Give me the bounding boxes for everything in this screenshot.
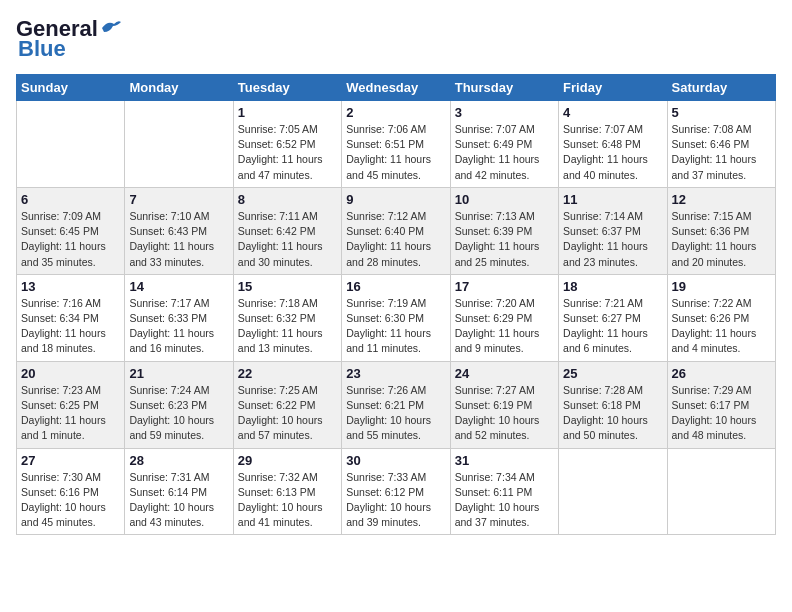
day-info: Sunrise: 7:32 AM Sunset: 6:13 PM Dayligh… xyxy=(238,470,337,531)
day-info: Sunrise: 7:13 AM Sunset: 6:39 PM Dayligh… xyxy=(455,209,554,270)
header-wednesday: Wednesday xyxy=(342,75,450,101)
calendar-cell: 22Sunrise: 7:25 AM Sunset: 6:22 PM Dayli… xyxy=(233,361,341,448)
calendar-cell: 20Sunrise: 7:23 AM Sunset: 6:25 PM Dayli… xyxy=(17,361,125,448)
calendar-week-4: 27Sunrise: 7:30 AM Sunset: 6:16 PM Dayli… xyxy=(17,448,776,535)
calendar-cell: 4Sunrise: 7:07 AM Sunset: 6:48 PM Daylig… xyxy=(559,101,667,188)
day-info: Sunrise: 7:30 AM Sunset: 6:16 PM Dayligh… xyxy=(21,470,120,531)
day-number: 15 xyxy=(238,279,337,294)
calendar-cell: 6Sunrise: 7:09 AM Sunset: 6:45 PM Daylig… xyxy=(17,187,125,274)
calendar-cell: 16Sunrise: 7:19 AM Sunset: 6:30 PM Dayli… xyxy=(342,274,450,361)
calendar-cell: 25Sunrise: 7:28 AM Sunset: 6:18 PM Dayli… xyxy=(559,361,667,448)
day-info: Sunrise: 7:10 AM Sunset: 6:43 PM Dayligh… xyxy=(129,209,228,270)
day-number: 28 xyxy=(129,453,228,468)
calendar-cell: 19Sunrise: 7:22 AM Sunset: 6:26 PM Dayli… xyxy=(667,274,775,361)
calendar-cell: 15Sunrise: 7:18 AM Sunset: 6:32 PM Dayli… xyxy=(233,274,341,361)
calendar-cell: 31Sunrise: 7:34 AM Sunset: 6:11 PM Dayli… xyxy=(450,448,558,535)
calendar-cell: 11Sunrise: 7:14 AM Sunset: 6:37 PM Dayli… xyxy=(559,187,667,274)
day-number: 31 xyxy=(455,453,554,468)
calendar-cell xyxy=(125,101,233,188)
day-info: Sunrise: 7:28 AM Sunset: 6:18 PM Dayligh… xyxy=(563,383,662,444)
header-sunday: Sunday xyxy=(17,75,125,101)
calendar-cell: 1Sunrise: 7:05 AM Sunset: 6:52 PM Daylig… xyxy=(233,101,341,188)
calendar-cell: 28Sunrise: 7:31 AM Sunset: 6:14 PM Dayli… xyxy=(125,448,233,535)
day-info: Sunrise: 7:21 AM Sunset: 6:27 PM Dayligh… xyxy=(563,296,662,357)
day-number: 24 xyxy=(455,366,554,381)
day-number: 17 xyxy=(455,279,554,294)
calendar-cell: 30Sunrise: 7:33 AM Sunset: 6:12 PM Dayli… xyxy=(342,448,450,535)
day-info: Sunrise: 7:27 AM Sunset: 6:19 PM Dayligh… xyxy=(455,383,554,444)
logo-blue-text: Blue xyxy=(16,36,66,62)
day-info: Sunrise: 7:20 AM Sunset: 6:29 PM Dayligh… xyxy=(455,296,554,357)
day-number: 30 xyxy=(346,453,445,468)
day-info: Sunrise: 7:08 AM Sunset: 6:46 PM Dayligh… xyxy=(672,122,771,183)
day-number: 10 xyxy=(455,192,554,207)
calendar-cell: 21Sunrise: 7:24 AM Sunset: 6:23 PM Dayli… xyxy=(125,361,233,448)
calendar-cell xyxy=(667,448,775,535)
page-header: General Blue xyxy=(16,16,776,62)
calendar-week-2: 13Sunrise: 7:16 AM Sunset: 6:34 PM Dayli… xyxy=(17,274,776,361)
day-number: 7 xyxy=(129,192,228,207)
day-info: Sunrise: 7:33 AM Sunset: 6:12 PM Dayligh… xyxy=(346,470,445,531)
day-info: Sunrise: 7:17 AM Sunset: 6:33 PM Dayligh… xyxy=(129,296,228,357)
calendar-cell: 12Sunrise: 7:15 AM Sunset: 6:36 PM Dayli… xyxy=(667,187,775,274)
calendar-cell: 13Sunrise: 7:16 AM Sunset: 6:34 PM Dayli… xyxy=(17,274,125,361)
calendar-cell: 3Sunrise: 7:07 AM Sunset: 6:49 PM Daylig… xyxy=(450,101,558,188)
calendar-week-1: 6Sunrise: 7:09 AM Sunset: 6:45 PM Daylig… xyxy=(17,187,776,274)
calendar-header-row: SundayMondayTuesdayWednesdayThursdayFrid… xyxy=(17,75,776,101)
day-number: 22 xyxy=(238,366,337,381)
calendar-cell: 8Sunrise: 7:11 AM Sunset: 6:42 PM Daylig… xyxy=(233,187,341,274)
day-info: Sunrise: 7:09 AM Sunset: 6:45 PM Dayligh… xyxy=(21,209,120,270)
day-info: Sunrise: 7:07 AM Sunset: 6:49 PM Dayligh… xyxy=(455,122,554,183)
calendar-cell: 18Sunrise: 7:21 AM Sunset: 6:27 PM Dayli… xyxy=(559,274,667,361)
day-info: Sunrise: 7:14 AM Sunset: 6:37 PM Dayligh… xyxy=(563,209,662,270)
calendar-cell: 2Sunrise: 7:06 AM Sunset: 6:51 PM Daylig… xyxy=(342,101,450,188)
day-number: 5 xyxy=(672,105,771,120)
day-number: 4 xyxy=(563,105,662,120)
calendar-cell: 24Sunrise: 7:27 AM Sunset: 6:19 PM Dayli… xyxy=(450,361,558,448)
day-info: Sunrise: 7:18 AM Sunset: 6:32 PM Dayligh… xyxy=(238,296,337,357)
day-info: Sunrise: 7:34 AM Sunset: 6:11 PM Dayligh… xyxy=(455,470,554,531)
day-number: 1 xyxy=(238,105,337,120)
calendar-cell: 27Sunrise: 7:30 AM Sunset: 6:16 PM Dayli… xyxy=(17,448,125,535)
day-number: 20 xyxy=(21,366,120,381)
header-friday: Friday xyxy=(559,75,667,101)
day-number: 8 xyxy=(238,192,337,207)
day-number: 19 xyxy=(672,279,771,294)
header-monday: Monday xyxy=(125,75,233,101)
calendar-cell xyxy=(17,101,125,188)
day-info: Sunrise: 7:23 AM Sunset: 6:25 PM Dayligh… xyxy=(21,383,120,444)
calendar-week-3: 20Sunrise: 7:23 AM Sunset: 6:25 PM Dayli… xyxy=(17,361,776,448)
day-info: Sunrise: 7:05 AM Sunset: 6:52 PM Dayligh… xyxy=(238,122,337,183)
day-info: Sunrise: 7:12 AM Sunset: 6:40 PM Dayligh… xyxy=(346,209,445,270)
day-number: 9 xyxy=(346,192,445,207)
day-number: 14 xyxy=(129,279,228,294)
header-saturday: Saturday xyxy=(667,75,775,101)
day-number: 21 xyxy=(129,366,228,381)
logo: General Blue xyxy=(16,16,122,62)
day-info: Sunrise: 7:15 AM Sunset: 6:36 PM Dayligh… xyxy=(672,209,771,270)
day-number: 27 xyxy=(21,453,120,468)
day-number: 3 xyxy=(455,105,554,120)
day-number: 6 xyxy=(21,192,120,207)
day-number: 23 xyxy=(346,366,445,381)
day-number: 12 xyxy=(672,192,771,207)
day-number: 18 xyxy=(563,279,662,294)
calendar-cell: 29Sunrise: 7:32 AM Sunset: 6:13 PM Dayli… xyxy=(233,448,341,535)
day-info: Sunrise: 7:26 AM Sunset: 6:21 PM Dayligh… xyxy=(346,383,445,444)
header-thursday: Thursday xyxy=(450,75,558,101)
calendar-cell: 7Sunrise: 7:10 AM Sunset: 6:43 PM Daylig… xyxy=(125,187,233,274)
day-number: 29 xyxy=(238,453,337,468)
day-info: Sunrise: 7:07 AM Sunset: 6:48 PM Dayligh… xyxy=(563,122,662,183)
calendar-week-0: 1Sunrise: 7:05 AM Sunset: 6:52 PM Daylig… xyxy=(17,101,776,188)
day-info: Sunrise: 7:31 AM Sunset: 6:14 PM Dayligh… xyxy=(129,470,228,531)
day-number: 26 xyxy=(672,366,771,381)
day-info: Sunrise: 7:19 AM Sunset: 6:30 PM Dayligh… xyxy=(346,296,445,357)
calendar-cell: 17Sunrise: 7:20 AM Sunset: 6:29 PM Dayli… xyxy=(450,274,558,361)
calendar-cell: 26Sunrise: 7:29 AM Sunset: 6:17 PM Dayli… xyxy=(667,361,775,448)
day-info: Sunrise: 7:29 AM Sunset: 6:17 PM Dayligh… xyxy=(672,383,771,444)
calendar-cell: 10Sunrise: 7:13 AM Sunset: 6:39 PM Dayli… xyxy=(450,187,558,274)
day-info: Sunrise: 7:22 AM Sunset: 6:26 PM Dayligh… xyxy=(672,296,771,357)
day-number: 25 xyxy=(563,366,662,381)
header-tuesday: Tuesday xyxy=(233,75,341,101)
calendar-cell xyxy=(559,448,667,535)
